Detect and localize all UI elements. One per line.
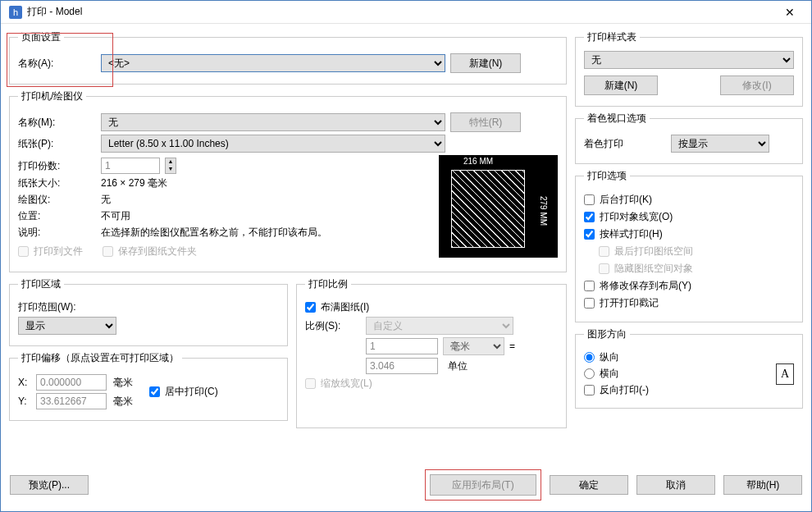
desc-value: 在选择新的绘图仪配置名称之前，不能打印该布局。: [101, 226, 327, 240]
preview-right-label: 279 MM: [539, 196, 548, 226]
stamp-check[interactable]: 打开打印戳记: [584, 296, 794, 310]
direction-legend: 图形方向: [584, 327, 630, 341]
x-label: X:: [18, 377, 33, 388]
shade-select[interactable]: 按显示: [671, 135, 769, 153]
footer-bar: 预览(P)... 应用到布局(T) 确定 取消 帮助(H): [10, 469, 802, 501]
copies-label: 打印份数:: [18, 159, 96, 173]
y-label: Y:: [18, 395, 33, 407]
ratio-label: 比例(S):: [305, 319, 361, 333]
equals-label: =: [509, 341, 515, 352]
page-name-select[interactable]: <无>: [101, 54, 445, 72]
printer-legend: 打印机/绘图仪: [18, 89, 86, 103]
shade-viewport-group: 着色视口选项 着色打印 按显示: [575, 112, 803, 164]
plot-options-legend: 打印选项: [584, 169, 630, 183]
style-table-legend: 打印样式表: [584, 30, 640, 44]
style-check[interactable]: 按样式打印(H): [584, 227, 794, 241]
x-unit: 毫米: [113, 376, 133, 390]
scale-denom-input: [366, 358, 438, 374]
ok-button[interactable]: 确定: [550, 475, 628, 495]
last-ps-check: 最后打印图纸空间: [599, 245, 794, 258]
page-setup-group: 页面设置 名称(A): <无> 新建(N): [9, 30, 567, 85]
save-to-folder-check: 保存到图纸文件夹: [103, 245, 197, 258]
cancel-button[interactable]: 取消: [636, 475, 715, 495]
desc-label: 说明:: [18, 226, 96, 240]
save-layout-check[interactable]: 将修改保存到布局(Y): [584, 279, 794, 293]
scale-num-input: [366, 338, 438, 354]
ratio-select: 自定义: [366, 317, 513, 335]
plotter-value: 无: [101, 193, 111, 207]
preview-button[interactable]: 预览(P)...: [10, 475, 89, 495]
reverse-check[interactable]: 反向打印(-): [584, 383, 776, 397]
shade-viewport-legend: 着色视口选项: [584, 112, 650, 126]
window-title: 打印 - Model: [27, 5, 777, 19]
landscape-radio[interactable]: 横向: [584, 367, 776, 381]
print-scale-group: 打印比例 布满图纸(I) 比例(S): 自定义 毫米 =: [296, 277, 567, 428]
titlebar: h 打印 - Model ✕: [1, 1, 811, 24]
paper-size-value: 216 × 279 毫米: [101, 176, 167, 190]
print-offset-legend: 打印偏移（原点设置在可打印区域）: [18, 351, 182, 365]
shade-label: 着色打印: [584, 137, 666, 151]
direction-group: 图形方向 纵向 横向 反向打印(-) A: [575, 327, 803, 409]
print-scale-legend: 打印比例: [305, 277, 351, 291]
scope-select[interactable]: 显示: [18, 317, 116, 335]
paper-label: 纸张(P):: [18, 137, 96, 151]
plotter-label: 绘图仪:: [18, 193, 96, 207]
printer-props-button: 特性(R): [450, 112, 521, 132]
page-new-button[interactable]: 新建(N): [450, 53, 521, 73]
style-table-select[interactable]: 无: [584, 51, 794, 69]
center-check[interactable]: 居中打印(C): [149, 385, 218, 399]
app-icon: h: [9, 6, 22, 19]
close-icon[interactable]: ✕: [777, 2, 803, 22]
plot-options-group: 打印选项 后台打印(K) 打印对象线宽(O) 按样式打印(H) 最后打印图纸空间…: [575, 169, 803, 322]
apply-highlight: 应用到布局(T): [425, 469, 541, 501]
style-table-group: 打印样式表 无 新建(N) 修改(I): [575, 30, 803, 107]
paper-preview: 216 MM 279 MM: [439, 155, 558, 258]
printer-name-select[interactable]: 无: [101, 113, 445, 131]
print-to-file-check: 打印到文件: [18, 245, 83, 258]
hide-ps-check: 隐藏图纸空间对象: [599, 262, 794, 276]
page-setup-legend: 页面设置: [18, 30, 64, 44]
copies-input: [101, 158, 160, 174]
printer-name-label: 名称(M):: [18, 116, 96, 130]
unit-text: 单位: [443, 359, 504, 373]
direction-icon: A: [776, 363, 794, 385]
scale-unit-select: 毫米: [443, 337, 504, 355]
paper-size-label: 纸张大小:: [18, 176, 96, 190]
location-label: 位置:: [18, 209, 96, 223]
copies-spinner[interactable]: ▲▼: [165, 158, 176, 174]
print-area-legend: 打印区域: [18, 277, 64, 291]
location-value: 不可用: [101, 209, 130, 223]
y-unit: 毫米: [113, 395, 133, 409]
print-area-group: 打印区域 打印范围(W): 显示: [9, 277, 288, 346]
fit-check[interactable]: 布满图纸(I): [305, 300, 558, 314]
scale-lw-check: 缩放线宽(L): [305, 377, 558, 391]
apply-button: 应用到布局(T): [430, 474, 536, 496]
page-name-label: 名称(A):: [18, 57, 96, 71]
style-modify-button: 修改(I): [720, 75, 794, 95]
portrait-radio[interactable]: 纵向: [584, 350, 776, 364]
preview-top-label: 216 MM: [463, 157, 493, 166]
print-offset-group: 打印偏移（原点设置在可打印区域） X: 毫米 Y: 毫米: [9, 351, 288, 421]
paper-select[interactable]: Letter (8.50 x 11.00 Inches): [101, 135, 445, 153]
style-new-button[interactable]: 新建(N): [584, 75, 658, 95]
bg-check[interactable]: 后台打印(K): [584, 193, 794, 207]
y-input: [36, 393, 107, 409]
scope-label: 打印范围(W):: [18, 300, 76, 314]
help-button[interactable]: 帮助(H): [723, 475, 802, 495]
x-input: [36, 374, 107, 391]
lw-check[interactable]: 打印对象线宽(O): [584, 210, 794, 224]
printer-group: 打印机/绘图仪 名称(M): 无 特性(R) 纸张(P): Letter (8.…: [9, 89, 567, 272]
